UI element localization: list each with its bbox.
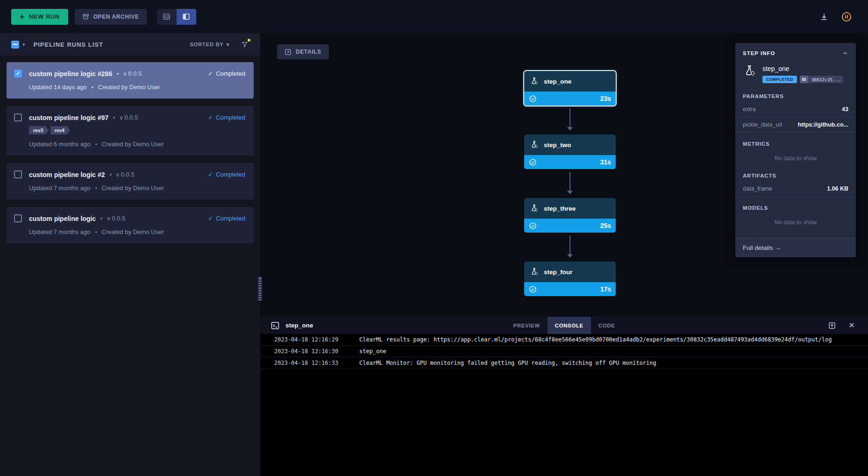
check-circle-icon [529, 222, 537, 230]
table-view-icon [163, 13, 171, 21]
step-info-header: STEP INFO [735, 43, 856, 61]
tag-chip[interactable]: rev3 [29, 126, 49, 135]
metrics-empty-state: No data to show [735, 149, 856, 164]
view-toggle-group [157, 9, 196, 25]
run-card[interactable]: custom pipeline logic #2 v 0.0.5 ✓ Compl… [7, 163, 254, 199]
pipeline-runs-sidebar: ▾ PIPELINE RUNS LIST SORTED BY ▾ [0, 33, 260, 476]
open-archive-button[interactable]: OPEN ARCHIVE [75, 9, 147, 25]
run-created: Created by Demo User [102, 185, 164, 192]
step-node[interactable]: step_one 23s [524, 71, 616, 106]
runs-list: custom pipeline logic #286 v 0.0.5 ✓ Com… [0, 56, 260, 257]
run-checkbox[interactable] [14, 70, 22, 78]
step-name: step_four [544, 269, 573, 276]
flask-icon [530, 77, 539, 86]
terminal-icon [270, 321, 280, 330]
download-button[interactable] [815, 7, 833, 26]
expand-console-button[interactable] [824, 318, 840, 334]
models-empty-state: No data to show [735, 213, 856, 228]
chevron-down-icon[interactable]: ▾ [22, 42, 25, 48]
run-card[interactable]: custom pipeline logic v 0.0.5 ✓ Complete… [7, 207, 254, 243]
open-archive-label: OPEN ARCHIVE [93, 14, 139, 20]
run-updated: Updated 14 days ago [29, 84, 87, 91]
run-name: custom pipeline logic [29, 215, 96, 222]
sidebar-resize-handle[interactable] [258, 277, 262, 301]
console-log-row: 2023-04-18 12:16:29 ClearML results page… [260, 334, 868, 346]
run-version: v 0.0.5 [123, 70, 142, 77]
run-meta: Updated 7 months ago Created by Demo Use… [29, 228, 245, 235]
log-message: ClearML Monitor: GPU monitoring failed g… [359, 360, 656, 366]
split-view-button[interactable] [177, 9, 196, 25]
run-created: Created by Demo User [102, 141, 164, 148]
open-in-panel-icon [828, 321, 836, 330]
run-name: custom pipeline logic #2 [29, 171, 105, 178]
console-header: step_one PREVIEW CONSOLE CODE ✕ [260, 317, 868, 334]
step-name: step_two [544, 142, 571, 149]
run-version: v 0.0.5 [107, 215, 125, 222]
run-tags: rev3 rev4 [29, 126, 245, 135]
run-updated: Updated 6 months ago [29, 141, 91, 148]
id-badge-value: 30832c35... [808, 76, 843, 83]
parameter-value[interactable]: https://github.co... [798, 121, 848, 128]
console-step-name: step_one [285, 322, 313, 329]
id-badge-label: ID [800, 76, 809, 83]
step-node[interactable]: step_four 17s [524, 262, 616, 296]
flask-icon [530, 204, 539, 213]
step-node-footer: 23s [524, 92, 616, 106]
select-all-checkbox[interactable] [11, 41, 19, 49]
new-run-label: NEW RUN [29, 13, 60, 20]
tag-chip[interactable]: rev4 [50, 126, 71, 135]
artifact-key: data_frame [743, 185, 772, 192]
tab-preview[interactable]: PREVIEW [506, 317, 548, 334]
tab-console[interactable]: CONSOLE [548, 317, 591, 334]
run-status-label: Completed [216, 215, 245, 222]
step-node-header: step_three [524, 198, 616, 219]
console-log-row: 2023-04-18 12:16:30 step_one [260, 346, 868, 357]
step-node[interactable]: step_two 31s [524, 135, 616, 169]
filter-button[interactable] [240, 39, 250, 50]
archive-icon [82, 13, 89, 20]
flask-icon [530, 267, 539, 277]
sorted-by-dropdown[interactable]: SORTED BY ▾ [190, 41, 229, 48]
artifact-value: 1.06 KB [827, 185, 848, 192]
tab-code[interactable]: CODE [591, 317, 623, 334]
details-button[interactable]: DETAILS [277, 44, 329, 59]
step-info-step-row: step_one COMPLETED ID 30832c35... [735, 61, 856, 85]
full-details-link[interactable]: Full details → [735, 238, 856, 257]
run-checkbox[interactable] [14, 214, 22, 222]
run-card[interactable]: custom pipeline logic #97 v 0.0.5 ✓ Comp… [7, 106, 254, 156]
console-log[interactable]: 2023-04-18 12:16:29 ClearML results page… [260, 334, 868, 476]
table-view-button[interactable] [157, 9, 177, 25]
body: ▾ PIPELINE RUNS LIST SORTED BY ▾ [0, 33, 868, 476]
step-node[interactable]: step_three 25s [524, 198, 616, 233]
check-circle-icon [529, 285, 537, 293]
resource-monitor-button[interactable] [837, 7, 856, 26]
parameter-value: 43 [842, 106, 848, 113]
close-console-button[interactable]: ✕ [844, 318, 860, 334]
check-circle-icon [529, 95, 537, 103]
run-status-label: Completed [216, 171, 245, 178]
run-status-label: Completed [216, 70, 245, 77]
collapse-panel-button[interactable] [842, 50, 848, 57]
separator-dot [113, 117, 115, 119]
run-card[interactable]: custom pipeline logic #286 v 0.0.5 ✓ Com… [7, 62, 254, 99]
run-status-label: Completed [216, 114, 245, 121]
run-row: custom pipeline logic v 0.0.5 ✓ Complete… [14, 214, 245, 222]
check-icon: ✓ [208, 114, 213, 121]
check-circle-icon [529, 158, 537, 166]
run-created: Created by Demo User [98, 84, 160, 91]
new-run-button[interactable]: + NEW RUN [11, 9, 68, 25]
step-name: step_one [544, 78, 571, 85]
run-checkbox[interactable] [14, 114, 22, 121]
run-status-badge: ✓ Completed [208, 171, 245, 178]
check-icon: ✓ [208, 171, 213, 178]
run-name: custom pipeline logic #97 [29, 114, 108, 121]
run-meta: Updated 6 months ago Created by Demo Use… [29, 141, 245, 148]
download-icon [819, 12, 829, 21]
step-duration: 23s [600, 95, 611, 102]
id-badge[interactable]: ID 30832c35... [800, 76, 843, 83]
step-node-footer: 31s [524, 155, 616, 169]
details-icon [285, 49, 292, 56]
run-checkbox[interactable] [14, 171, 22, 178]
step-name: step_three [544, 205, 576, 212]
run-row: custom pipeline logic #2 v 0.0.5 ✓ Compl… [14, 171, 245, 178]
